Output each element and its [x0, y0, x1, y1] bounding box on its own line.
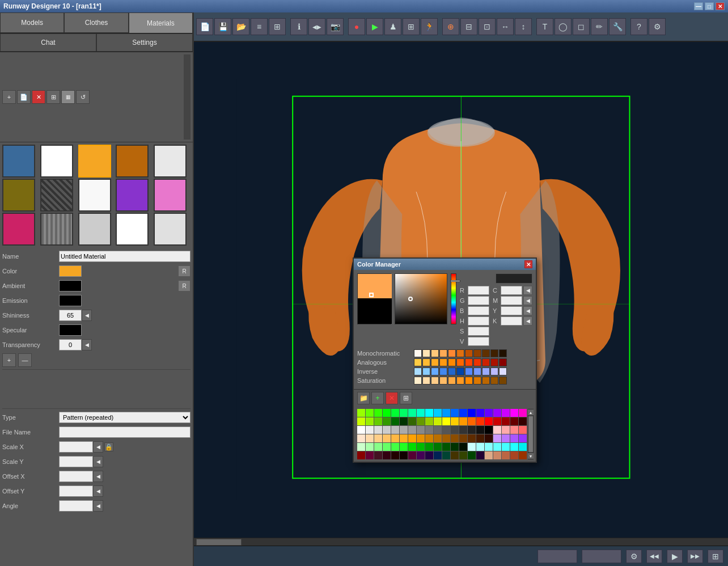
- mono-swatch-9[interactable]: [490, 349, 498, 357]
- palette-color-37[interactable]: [502, 417, 510, 425]
- palette-color-43[interactable]: [383, 426, 391, 434]
- vp-square-btn[interactable]: ◻: [573, 18, 590, 35]
- cm-m-btn[interactable]: ◀: [523, 296, 532, 305]
- cm-hex-input[interactable]: #ffa752: [496, 273, 532, 284]
- offsety-arrow-btn[interactable]: ◀: [93, 485, 103, 497]
- status-btn-1[interactable]: [537, 550, 577, 563]
- palette-color-118[interactable]: [510, 451, 518, 459]
- cm-h-input[interactable]: 29: [468, 316, 489, 326]
- palette-color-91[interactable]: [451, 443, 459, 451]
- vp-target2-btn[interactable]: ⊟: [460, 18, 477, 35]
- new-btn[interactable]: 📄: [17, 90, 31, 104]
- tab-models[interactable]: Models: [0, 12, 64, 33]
- sat-swatch-9[interactable]: [490, 377, 498, 385]
- cm-y-input[interactable]: 68: [501, 306, 522, 315]
- palette-color-11[interactable]: [451, 409, 459, 417]
- tab-clothes[interactable]: Clothes: [64, 12, 128, 33]
- palette-color-56[interactable]: [493, 426, 501, 434]
- emission-swatch[interactable]: [59, 295, 82, 306]
- viewport-scrollbar-h-thumb[interactable]: [196, 539, 242, 546]
- palette-color-105[interactable]: [400, 451, 408, 459]
- angle-arrow-btn[interactable]: ◀: [93, 500, 103, 512]
- material-swatch-9[interactable]: [154, 179, 187, 212]
- palette-color-68[interactable]: [425, 434, 433, 442]
- palette-color-101[interactable]: [366, 451, 374, 459]
- mono-swatch-0[interactable]: [414, 349, 422, 357]
- cm-hue-bar[interactable]: [451, 273, 456, 324]
- palette-color-84[interactable]: [391, 443, 399, 451]
- cm-g-input[interactable]: 167: [468, 296, 489, 305]
- mono-swatch-4[interactable]: [448, 349, 456, 357]
- vp-play-btn[interactable]: ▶: [366, 18, 383, 35]
- material-swatch-12[interactable]: [78, 213, 111, 246]
- material-swatch-6[interactable]: [40, 179, 73, 212]
- palette-color-17[interactable]: [502, 409, 510, 417]
- palette-color-36[interactable]: [493, 417, 501, 425]
- palette-color-33[interactable]: [468, 417, 476, 425]
- material-swatch-3[interactable]: [116, 145, 149, 178]
- sub-tab-chat[interactable]: Chat: [0, 33, 96, 52]
- transparency-input[interactable]: [59, 339, 82, 350]
- vp-target-btn[interactable]: ⊕: [442, 18, 459, 35]
- cm-k-input[interactable]: 0: [501, 316, 522, 326]
- cm-b-input[interactable]: 82: [468, 306, 489, 315]
- offsety-input[interactable]: [59, 485, 93, 497]
- palette-color-82[interactable]: [374, 443, 382, 451]
- sub-tab-settings[interactable]: Settings: [96, 33, 193, 52]
- palette-color-115[interactable]: [485, 451, 493, 459]
- prev-icon-btn[interactable]: ◀◀: [646, 550, 662, 563]
- scaley-input[interactable]: [59, 456, 93, 467]
- palette-color-46[interactable]: [408, 426, 416, 434]
- inv-swatch-9[interactable]: [490, 368, 498, 375]
- palette-color-107[interactable]: [417, 451, 425, 459]
- palette-color-31[interactable]: [451, 417, 459, 425]
- vp-circle-btn[interactable]: ◯: [555, 18, 572, 35]
- specular-swatch[interactable]: [59, 324, 82, 336]
- palette-color-78[interactable]: [510, 434, 518, 442]
- inv-swatch-0[interactable]: [414, 368, 422, 375]
- mono-swatch-8[interactable]: [482, 349, 490, 357]
- remove-material-btn[interactable]: —: [18, 353, 32, 367]
- palette-color-50[interactable]: [442, 426, 450, 434]
- cm-delete-btn[interactable]: ✕: [386, 392, 398, 404]
- palette-color-63[interactable]: [383, 434, 391, 442]
- ambient-swatch[interactable]: [59, 280, 82, 292]
- vp-pen-btn[interactable]: ✏: [591, 18, 608, 35]
- vp-mannequin-btn[interactable]: ♟: [384, 18, 401, 35]
- palette-color-104[interactable]: [391, 451, 399, 459]
- palette-color-94[interactable]: [476, 443, 484, 451]
- palette-color-89[interactable]: [434, 443, 442, 451]
- cm-add-btn[interactable]: +: [371, 392, 384, 404]
- palette-color-53[interactable]: [468, 426, 476, 434]
- add-material-btn[interactable]: +: [2, 353, 16, 367]
- palette-color-85[interactable]: [400, 443, 408, 451]
- play-icon-btn[interactable]: ▶: [667, 550, 683, 563]
- panel-scrollbar[interactable]: [184, 54, 191, 140]
- palette-color-47[interactable]: [417, 426, 425, 434]
- palette-color-40[interactable]: [357, 426, 365, 434]
- palette-color-58[interactable]: [510, 426, 518, 434]
- palette-color-19[interactable]: [519, 409, 527, 417]
- inv-swatch-1[interactable]: [422, 368, 430, 375]
- ana-swatch-0[interactable]: [414, 358, 422, 366]
- palette-color-61[interactable]: [366, 434, 374, 442]
- inv-swatch-6[interactable]: [465, 368, 473, 375]
- color-manager-close-btn[interactable]: ✕: [524, 260, 532, 268]
- mono-swatch-1[interactable]: [422, 349, 430, 357]
- grid-icon-btn[interactable]: ⊞: [708, 550, 723, 563]
- cm-grid-btn[interactable]: ⊞: [400, 392, 412, 404]
- flag-btn[interactable]: ▦: [61, 90, 75, 104]
- scalex-input[interactable]: [59, 441, 93, 453]
- palette-color-25[interactable]: [400, 417, 408, 425]
- material-swatch-13[interactable]: [116, 213, 149, 246]
- palette-color-72[interactable]: [459, 434, 467, 442]
- name-input[interactable]: [59, 251, 191, 262]
- inv-swatch-10[interactable]: [499, 368, 507, 375]
- mono-swatch-3[interactable]: [439, 349, 447, 357]
- palette-color-8[interactable]: [425, 409, 433, 417]
- palette-color-60[interactable]: [357, 434, 365, 442]
- shininess-input[interactable]: [59, 310, 82, 321]
- palette-color-35[interactable]: [485, 417, 493, 425]
- status-btn-2[interactable]: [582, 550, 621, 563]
- mono-swatch-10[interactable]: [499, 349, 507, 357]
